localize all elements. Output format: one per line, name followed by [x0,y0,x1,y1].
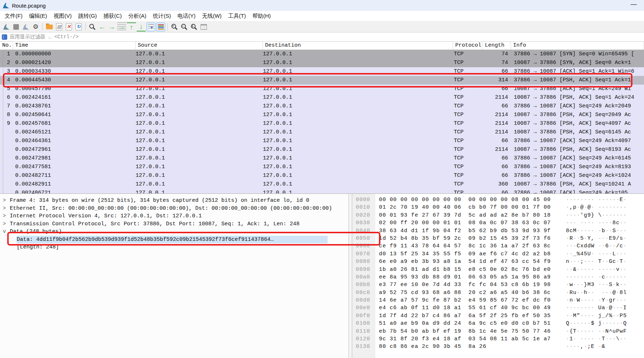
hex-bytes: 80 c8 86 ea 2c 90 3b 45 8a 26 [379,344,486,350]
hex-row[interactable]: 000000 00 00 00 00 00 00 00 00 00 00 00 … [352,196,644,204]
expand-arrow-icon[interactable]: > [3,197,6,205]
restart-capture-icon[interactable] [21,22,30,31]
go-last-packet-icon[interactable]: ↓ [137,22,146,31]
expand-arrow-icon[interactable]: > [3,205,6,213]
hex-row[interactable]: 013080 c8 86 ea 2c 90 3b 45 8a 26····,·;… [352,343,644,350]
expand-arrow-icon[interactable]: v [3,228,6,236]
detail-line[interactable]: >Frame 4: 314 bytes on wire (2512 bits),… [0,197,349,205]
colorize-packets-icon[interactable] [156,22,165,31]
packet-row[interactable]: 50.000457790127.0.0.1127.0.0.1TCP6610087… [0,85,644,93]
menu-item[interactable]: 帮助(H) [249,11,274,21]
zoom-out-icon[interactable]: − [180,22,189,31]
menu-item[interactable]: 电话(Y) [174,11,199,21]
hex-row[interactable]: 00c0a9 52 75 cd 93 68 a6 88 20 c2 a6 a5 … [352,289,644,297]
find-packet-icon[interactable] [88,22,97,31]
minimize-button[interactable]: — [628,1,640,8]
packet-row[interactable]: 80.002450641127.0.0.1127.0.0.1TCP2114100… [0,111,644,119]
hex-row[interactable]: 002000 01 93 fe 27 67 39 7d 5c ad ad a2 … [352,212,644,219]
hex-row[interactable]: 00e0e4 c6 ab 0f 11 d0 18 a1 55 61 cf 40 … [352,304,644,312]
col-len: 360 [483,180,511,189]
menu-item[interactable]: 跳转(G) [75,11,100,21]
hex-row[interactable]: 00b0e3 77 ee 10 0e 7d 4d 33 fc fc 04 53 … [352,281,644,289]
display-filter-bar[interactable]: 应用显示过滤器 … <Ctrl-/> [0,33,644,42]
packet-row[interactable]: 0.002464361127.0.0.1127.0.0.1TCP6637886 … [0,137,644,145]
col-time: 0.000457790 [13,85,136,93]
hex-row[interactable]: 00f01d 7f 4d 22 b7 c4 86 a7 6a 5f 2f 25 … [352,312,644,320]
zoom-original-icon[interactable]: 1 [189,22,199,31]
column-header-protocol[interactable]: Protocol [453,42,483,50]
hex-row[interactable]: 00901b a0 26 81 ad d1 b8 15 e8 c5 0e 02 … [352,266,644,273]
hex-row[interactable]: 00a0ee 8a 95 93 db 88 d9 01 06 63 05 a5 … [352,273,644,281]
column-header-length[interactable]: Length [483,42,511,50]
hex-row[interactable]: 01209c 31 8f 20 f3 e4 18 af 03 54 08 11 … [352,335,644,343]
column-header-source[interactable]: Source [136,42,263,50]
hex-row[interactable]: 0060ce f9 11 43 78 64 64 57 8c 1c 36 1a … [352,242,644,250]
resize-columns-icon[interactable] [199,22,208,31]
hex-offset: 0010 [356,204,370,211]
expand-arrow-icon[interactable]: > [3,212,6,220]
display-filter-input[interactable]: 应用显示过滤器 … <Ctrl-/> [10,34,78,40]
menu-item[interactable]: 分析(A) [125,11,150,21]
filter-bookmark-icon[interactable] [2,34,7,40]
hex-row[interactable]: 00d014 6e a7 57 9c fe 87 b2 e4 59 85 67 … [352,297,644,304]
detail-line[interactable]: vData (248 bytes) [0,228,349,236]
zoom-in-icon[interactable]: + [170,22,179,31]
go-back-icon[interactable]: ← [98,22,107,31]
hex-bytes: 1b a0 26 81 ad d1 b8 15 e8 c5 0e 02 8c 7… [379,267,551,273]
packet-row[interactable]: 20.000021420127.0.0.1127.0.0.1TCP7410087… [0,59,644,67]
menu-item[interactable]: 捕获(C) [100,11,125,21]
packet-row[interactable]: 0.002482711127.0.0.1127.0.0.1TCP6637886 … [0,171,644,180]
packet-row[interactable]: 0.002477581127.0.0.1127.0.0.1TCP6637886 … [0,163,644,171]
hex-ascii: ··_%45U· ····L··· [566,250,627,258]
column-header-no[interactable]: No. [0,42,13,50]
close-file-icon[interactable]: ✕ [64,22,73,31]
menu-item[interactable]: 视图(V) [50,11,75,21]
packet-row[interactable]: 70.002438761127.0.0.1127.0.0.1TCP6637886… [0,102,644,111]
menu-item[interactable]: 编辑(E) [26,11,50,21]
detail-line[interactable]: [Length: 248] [0,243,349,251]
packet-row[interactable]: 60.002424161127.0.0.1127.0.0.1TCP2114100… [0,93,644,102]
packet-row[interactable]: 0.002465121127.0.0.1127.0.0.1TCP21141008… [0,128,644,137]
menu-item[interactable]: 无线(W) [199,11,225,21]
capture-options-icon[interactable]: ⚙ [31,22,40,31]
hex-row[interactable]: 010051 a0 ae b9 0a d9 dd 24 6a 9c c5 e0 … [352,320,644,327]
column-header-time[interactable]: Time [13,42,136,50]
open-file-icon[interactable] [45,22,54,31]
packet-row[interactable]: 10.000000000127.0.0.1127.0.0.1TCP7437886… [0,50,644,59]
packet-row[interactable]: 40.000445430127.0.0.1127.0.0.1TCP3143788… [0,76,644,85]
hex-row[interactable]: 0070d0 13 5f 25 34 35 55 f5 09 ae f6 c7 … [352,250,644,258]
menu-item[interactable]: 文件(F) [1,11,26,21]
hex-row[interactable]: 00806e e0 a9 eb 3b 93 a8 1a 54 1d ef 47 … [352,258,644,265]
hex-row[interactable]: 003002 00 ff 20 00 00 01 01 08 0a 0c 07 … [352,219,644,227]
hex-row[interactable]: 001001 2c 70 19 40 00 40 06 cb b0 7f 00 … [352,204,644,211]
menu-item[interactable]: 统计(S) [150,11,174,21]
start-capture-icon[interactable] [2,22,11,31]
column-header-info[interactable]: Info [511,42,644,50]
auto-scroll-icon[interactable]: ▼ [146,22,155,31]
detail-line[interactable]: >Internet Protocol Version 4, Src: 127.0… [0,212,349,220]
packet-row[interactable]: 90.002457681127.0.0.1127.0.0.1TCP2114100… [0,119,644,128]
packet-row[interactable]: 0.002472961127.0.0.1127.0.0.1TCP21141008… [0,145,644,154]
packet-row[interactable]: 30.000034330127.0.0.1127.0.0.1TCP6637886… [0,67,644,76]
go-first-packet-icon[interactable]: ↑ [127,22,136,31]
stop-capture-icon[interactable] [12,22,21,31]
save-file-icon[interactable]: ▤ [55,22,64,31]
packet-row[interactable]: 0.002486721127.0.0.1127.0.0.1TCP6637886 … [0,189,644,193]
go-to-packet-icon[interactable]: → [117,22,126,31]
hex-row[interactable]: 004038 63 4d d1 1f 9b 04 f2 b5 62 b9 db … [352,227,644,235]
detail-line[interactable]: Data: 4dd11f9b04f2b562b9db539d939f1d52b4… [0,236,349,244]
packet-row[interactable]: 0.002482911127.0.0.1127.0.0.1TCP36010087… [0,180,644,189]
detail-line[interactable]: >Ethernet II, Src: 00:00:00_00:00:00 (00… [0,205,349,213]
expand-arrow-icon[interactable]: > [3,220,6,228]
menu-item[interactable]: 工具(T) [225,11,249,21]
reload-file-icon[interactable]: ↻ [74,22,83,31]
hex-row[interactable]: 0110eb 7b 54 b0 ab bf ef 19 8b 1c 4e 5e … [352,328,644,335]
wireshark-logo-icon [3,3,9,8]
col-len: 2114 [483,111,511,119]
column-header-destination[interactable]: Destination [263,42,453,50]
hex-row[interactable]: 00501d 52 b4 8b 35 bf 59 2c 09 b2 15 45 … [352,235,644,242]
pane-splitter[interactable] [349,194,352,358]
go-forward-icon[interactable]: → [107,22,116,31]
packet-row[interactable]: 0.002472981127.0.0.1127.0.0.1TCP6637886 … [0,154,644,163]
detail-line[interactable]: >Transmission Control Protocol, Src Port… [0,220,349,228]
